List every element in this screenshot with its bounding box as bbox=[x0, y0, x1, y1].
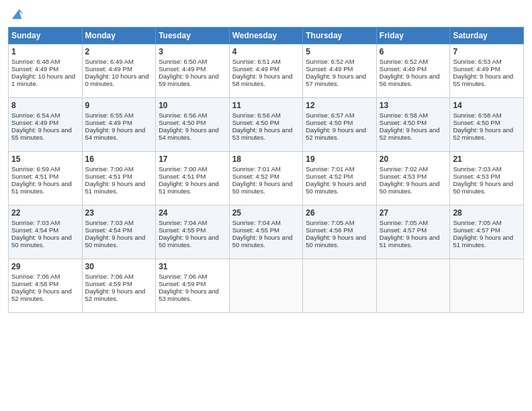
sunrise: Sunrise: 7:06 AM bbox=[11, 273, 60, 280]
sunrise: Sunrise: 7:06 AM bbox=[159, 273, 207, 280]
calendar-cell: 19Sunrise: 7:01 AMSunset: 4:52 PMDayligh… bbox=[303, 152, 377, 205]
calendar-cell: 22Sunrise: 7:03 AMSunset: 4:54 PMDayligh… bbox=[9, 205, 83, 259]
daylight: Daylight: 9 hours and 50 minutes. bbox=[159, 234, 219, 248]
daylight: Daylight: 9 hours and 50 minutes. bbox=[380, 180, 440, 195]
week-row-2: 8Sunrise: 6:54 AMSunset: 4:49 PMDaylight… bbox=[9, 98, 524, 152]
calendar-cell: 12Sunrise: 6:57 AMSunset: 4:50 PMDayligh… bbox=[303, 98, 377, 152]
day-number: 22 bbox=[11, 208, 79, 218]
day-number: 16 bbox=[85, 154, 153, 164]
header bbox=[8, 7, 524, 21]
calendar-cell: 1Sunrise: 6:48 AMSunset: 4:49 PMDaylight… bbox=[9, 44, 83, 98]
day-header-friday: Friday bbox=[376, 28, 450, 44]
day-number: 30 bbox=[85, 262, 153, 271]
sunrise: Sunrise: 7:05 AM bbox=[380, 219, 428, 226]
day-number: 11 bbox=[232, 101, 300, 110]
calendar-cell: 11Sunrise: 6:56 AMSunset: 4:50 PMDayligh… bbox=[229, 98, 303, 152]
calendar-cell: 28Sunrise: 7:05 AMSunset: 4:57 PMDayligh… bbox=[450, 205, 524, 259]
day-number: 24 bbox=[159, 208, 226, 218]
daylight: Daylight: 9 hours and 50 minutes. bbox=[232, 180, 293, 195]
sunset: Sunset: 4:51 PM bbox=[159, 173, 206, 180]
daylight: Daylight: 9 hours and 50 minutes. bbox=[11, 234, 72, 248]
daylight: Daylight: 9 hours and 51 minutes. bbox=[380, 234, 440, 248]
calendar-cell bbox=[229, 259, 303, 313]
sunrise: Sunrise: 6:57 AM bbox=[306, 111, 354, 119]
calendar-cell: 5Sunrise: 6:52 AMSunset: 4:49 PMDaylight… bbox=[303, 44, 377, 98]
sunset: Sunset: 4:57 PM bbox=[453, 226, 500, 234]
calendar-cell: 26Sunrise: 7:05 AMSunset: 4:56 PMDayligh… bbox=[303, 205, 377, 259]
daylight: Daylight: 9 hours and 59 minutes. bbox=[159, 73, 219, 87]
week-row-5: 29Sunrise: 7:06 AMSunset: 4:58 PMDayligh… bbox=[9, 259, 524, 313]
sunset: Sunset: 4:49 PM bbox=[453, 65, 500, 73]
day-header-thursday: Thursday bbox=[303, 28, 377, 44]
calendar-cell: 30Sunrise: 7:06 AMSunset: 4:59 PMDayligh… bbox=[82, 259, 156, 313]
daylight: Daylight: 9 hours and 51 minutes. bbox=[85, 180, 146, 195]
calendar-cell: 13Sunrise: 6:58 AMSunset: 4:50 PMDayligh… bbox=[376, 98, 450, 152]
daylight: Daylight: 10 hours and 1 minute. bbox=[11, 73, 75, 87]
calendar-cell: 4Sunrise: 6:51 AMSunset: 4:49 PMDaylight… bbox=[229, 44, 303, 98]
calendar-cell: 25Sunrise: 7:04 AMSunset: 4:55 PMDayligh… bbox=[229, 205, 303, 259]
day-number: 6 bbox=[380, 47, 447, 56]
calendar-table: SundayMondayTuesdayWednesdayThursdayFrid… bbox=[8, 27, 524, 313]
day-number: 20 bbox=[380, 154, 447, 164]
calendar-cell: 14Sunrise: 6:58 AMSunset: 4:50 PMDayligh… bbox=[450, 98, 524, 152]
day-number: 27 bbox=[380, 208, 447, 218]
sunset: Sunset: 4:56 PM bbox=[306, 226, 353, 234]
calendar-cell: 10Sunrise: 6:56 AMSunset: 4:50 PMDayligh… bbox=[156, 98, 230, 152]
day-number: 21 bbox=[453, 154, 521, 164]
calendar-cell: 21Sunrise: 7:03 AMSunset: 4:53 PMDayligh… bbox=[450, 152, 524, 205]
sunrise: Sunrise: 7:02 AM bbox=[380, 165, 428, 173]
sunset: Sunset: 4:59 PM bbox=[85, 280, 132, 287]
day-number: 18 bbox=[232, 154, 300, 164]
day-number: 13 bbox=[380, 101, 447, 110]
daylight: Daylight: 9 hours and 54 minutes. bbox=[85, 126, 146, 141]
sunset: Sunset: 4:49 PM bbox=[11, 65, 58, 73]
day-number: 7 bbox=[453, 47, 521, 56]
sunrise: Sunrise: 7:03 AM bbox=[85, 219, 134, 226]
calendar-cell bbox=[303, 259, 377, 313]
sunset: Sunset: 4:54 PM bbox=[85, 226, 132, 234]
sunset: Sunset: 4:49 PM bbox=[380, 65, 427, 73]
day-number: 8 bbox=[11, 101, 79, 110]
daylight: Daylight: 9 hours and 52 minutes. bbox=[306, 126, 366, 141]
calendar-cell: 27Sunrise: 7:05 AMSunset: 4:57 PMDayligh… bbox=[376, 205, 450, 259]
sunrise: Sunrise: 6:56 AM bbox=[232, 111, 281, 119]
sunset: Sunset: 4:50 PM bbox=[159, 119, 206, 126]
day-number: 1 bbox=[11, 47, 79, 56]
sunset: Sunset: 4:49 PM bbox=[306, 65, 353, 73]
sunrise: Sunrise: 6:55 AM bbox=[85, 111, 134, 119]
day-number: 14 bbox=[453, 101, 521, 110]
sunset: Sunset: 4:50 PM bbox=[306, 119, 353, 126]
sunrise: Sunrise: 6:51 AM bbox=[232, 58, 281, 65]
day-number: 10 bbox=[159, 101, 226, 110]
daylight: Daylight: 9 hours and 50 minutes. bbox=[306, 180, 366, 195]
calendar-cell: 3Sunrise: 6:50 AMSunset: 4:49 PMDaylight… bbox=[156, 44, 230, 98]
sunrise: Sunrise: 7:00 AM bbox=[85, 165, 134, 173]
sunset: Sunset: 4:50 PM bbox=[232, 119, 279, 126]
calendar-cell: 7Sunrise: 6:53 AMSunset: 4:49 PMDaylight… bbox=[450, 44, 524, 98]
calendar-cell bbox=[450, 259, 524, 313]
calendar-cell: 6Sunrise: 6:52 AMSunset: 4:49 PMDaylight… bbox=[376, 44, 450, 98]
daylight: Daylight: 9 hours and 54 minutes. bbox=[159, 126, 219, 141]
calendar-cell: 16Sunrise: 7:00 AMSunset: 4:51 PMDayligh… bbox=[82, 152, 156, 205]
sunset: Sunset: 4:59 PM bbox=[159, 280, 206, 287]
week-row-4: 22Sunrise: 7:03 AMSunset: 4:54 PMDayligh… bbox=[9, 205, 524, 259]
calendar-cell bbox=[376, 259, 450, 313]
sunrise: Sunrise: 7:00 AM bbox=[159, 165, 207, 173]
daylight: Daylight: 9 hours and 51 minutes. bbox=[453, 234, 513, 248]
sunrise: Sunrise: 7:06 AM bbox=[85, 273, 134, 280]
sunset: Sunset: 4:55 PM bbox=[159, 226, 206, 234]
daylight: Daylight: 9 hours and 50 minutes. bbox=[232, 234, 293, 248]
sunrise: Sunrise: 6:48 AM bbox=[11, 58, 60, 65]
sunrise: Sunrise: 7:03 AM bbox=[11, 219, 60, 226]
sunrise: Sunrise: 6:49 AM bbox=[85, 58, 134, 65]
day-number: 29 bbox=[11, 262, 79, 271]
sunset: Sunset: 4:57 PM bbox=[380, 226, 427, 234]
daylight: Daylight: 9 hours and 55 minutes. bbox=[11, 126, 72, 141]
sunset: Sunset: 4:54 PM bbox=[11, 226, 58, 234]
sunrise: Sunrise: 6:58 AM bbox=[453, 111, 501, 119]
day-header-tuesday: Tuesday bbox=[156, 28, 230, 44]
logo bbox=[8, 7, 24, 21]
sunrise: Sunrise: 7:03 AM bbox=[453, 165, 501, 173]
header-row: SundayMondayTuesdayWednesdayThursdayFrid… bbox=[9, 28, 524, 44]
day-number: 23 bbox=[85, 208, 153, 218]
